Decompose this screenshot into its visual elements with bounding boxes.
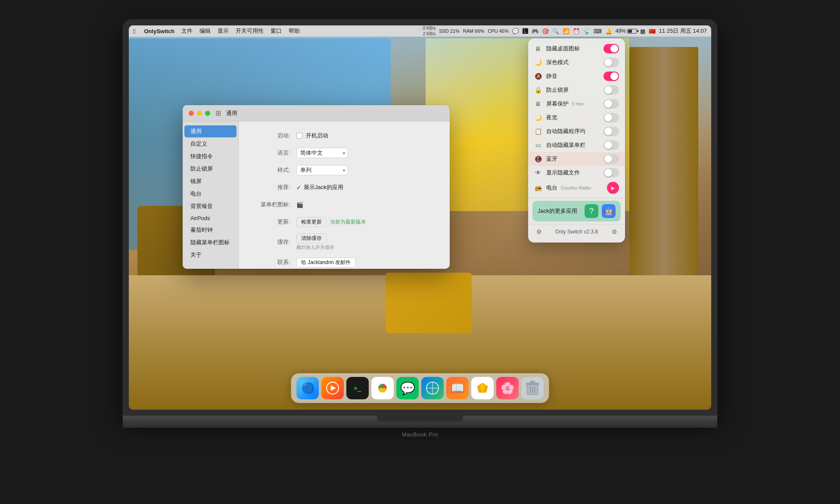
split-view-icon: ⊞ <box>215 109 221 117</box>
bluetooth-toggle[interactable] <box>604 154 619 164</box>
sidebar-item-prevent-lock[interactable]: 防止锁屏 <box>184 163 236 175</box>
prefs-titlebar: ⊞ 通用 <box>183 105 450 121</box>
dark-mode-label: 深色模式 <box>546 59 599 66</box>
clear-cache-button[interactable]: 清除缓存 <box>296 233 327 243</box>
hidden-files-toggle[interactable] <box>604 168 619 177</box>
dock-icon-wechat[interactable]: 💬 <box>396 377 419 399</box>
more-apps-section: Jack的更多应用 ? 🤖 <box>532 201 621 221</box>
hide-dock-toggle[interactable] <box>604 127 619 136</box>
macbook-model-label: MacBook Pro <box>402 431 438 438</box>
dark-mode-toggle[interactable] <box>604 58 619 67</box>
sidebar-item-tomato[interactable]: 蕃茄时钟 <box>184 224 236 236</box>
wechat-icon[interactable]: 💬 <box>512 28 519 34</box>
style-row: 样式: 单列 <box>252 165 437 176</box>
more-apps-robot-button[interactable]: 🤖 <box>602 204 616 218</box>
dock-icon-safari[interactable] <box>421 377 444 399</box>
input-source-icon[interactable]: ⌨ <box>594 28 602 34</box>
dock-icon-qqreader[interactable]: 📖 <box>446 377 469 399</box>
switch-row-screensaver[interactable]: 🖥 屏幕保护 5 min <box>528 97 625 111</box>
switch-row-radio[interactable]: 📻 电台 Country Radio ▶ <box>528 180 625 196</box>
switch-row-mute[interactable]: 🔕 静音 <box>528 69 625 83</box>
ludashi-icon[interactable]: 🅻 <box>523 28 528 34</box>
screensaver-toggle[interactable] <box>604 99 619 109</box>
dock-icon-trash[interactable] <box>521 377 544 399</box>
sidebar-item-bg-sound[interactable]: 背景噪音 <box>184 200 236 212</box>
dock-icon-terminal[interactable]: >_ <box>346 377 369 399</box>
app-name-menu[interactable]: OnlySwitch <box>144 28 174 34</box>
sidebar-item-general[interactable]: 通用 <box>184 125 236 137</box>
menubar-left:  OnlySwitch 文件 编辑 显示 开关可用性 窗口 帮助 <box>133 27 423 35</box>
dock-icon-launchpad[interactable] <box>321 377 344 399</box>
dark-mode-icon: 🌙 <box>534 59 542 66</box>
switch-row-hidden-files[interactable]: 👁 显示隐藏文件 <box>528 166 625 180</box>
minimize-button[interactable] <box>197 111 202 116</box>
menu-file[interactable]: 文件 <box>181 27 193 35</box>
maximize-button[interactable] <box>205 111 210 116</box>
wifi-icon[interactable]: 📶 <box>563 28 569 34</box>
style-dropdown[interactable]: 单列 <box>296 165 348 175</box>
radio-play-button[interactable]: ▶ <box>607 182 619 194</box>
switch-row-hide-desktop[interactable]: 🖥 隐藏桌面图标 <box>528 42 625 56</box>
sidebar-item-hide-menu[interactable]: 隐藏菜单栏图标 <box>184 236 236 249</box>
menu-accessibility[interactable]: 开关可用性 <box>236 27 264 35</box>
startup-value: 开机启动 <box>296 132 328 140</box>
search-icon[interactable]: 🔍 <box>552 28 559 34</box>
footer-right-icon[interactable]: ⚙ <box>610 227 619 236</box>
language-row: 语言: 简体中文 <box>252 147 437 159</box>
switch-row-dark-mode[interactable]: 🌙 深色模式 <box>528 56 625 69</box>
contact-button[interactable]: 给 Jacklandrin 发邮件 <box>296 258 355 268</box>
svg-rect-15 <box>530 381 535 383</box>
sidebar-item-about[interactable]: 关于 <box>184 249 236 261</box>
hide-menubar-toggle[interactable] <box>604 140 619 150</box>
dock-icon-rosefinch[interactable]: 🌸 <box>496 377 519 399</box>
screen:  OnlySwitch 文件 编辑 显示 开关可用性 窗口 帮助 0 KB/s… <box>129 25 711 410</box>
screensaver-icon: 🖥 <box>534 100 542 108</box>
menu-edit[interactable]: 编辑 <box>199 27 211 35</box>
switch-row-bluetooth[interactable]: 📵 蓝牙 <box>528 152 625 166</box>
prefs-sidebar: 通用 自定义 快捷指令 防止锁屏 镜屏 电台 背景噪音 AirPods 蕃茄时钟… <box>183 121 239 269</box>
startup-checkbox[interactable] <box>296 133 302 139</box>
hide-dock-label: 自动隐藏程序均 <box>546 128 599 135</box>
check-update-button[interactable]: 检查更新 <box>296 217 327 227</box>
battery-indicator[interactable]: 49% <box>616 28 637 34</box>
sidebar-item-radio[interactable]: 电台 <box>184 188 236 200</box>
radio-icon: 📻 <box>534 184 542 192</box>
menu-window[interactable]: 窗口 <box>271 27 282 35</box>
dock-icon-finder[interactable]: 🔵 <box>296 377 319 399</box>
sidebar-item-mirror[interactable]: 镜屏 <box>184 175 236 187</box>
footer-left-icon[interactable]: ⚙ <box>534 227 544 236</box>
switch-row-nightshift[interactable]: 🌙 夜览 <box>528 111 625 124</box>
apple-logo-icon[interactable]:  <box>133 28 135 35</box>
sidebar-item-custom[interactable]: 自定义 <box>184 138 236 150</box>
mute-toggle[interactable] <box>604 72 619 81</box>
menu-help[interactable]: 帮助 <box>289 27 300 35</box>
hide-desktop-toggle[interactable] <box>604 44 619 53</box>
menu-view[interactable]: 显示 <box>218 27 229 35</box>
more-apps-question-button[interactable]: ? <box>585 204 598 218</box>
dock-icon-chrome[interactable] <box>371 377 394 399</box>
wallpaper-bookshelf <box>629 47 698 305</box>
qqgame-icon[interactable]: 🎮 <box>532 28 538 34</box>
switch-row-prevent-lock[interactable]: 🔒 防止锁屏 <box>528 83 625 97</box>
switch-row-hide-menubar[interactable]: ▭ 自动隐藏菜单栏 <box>528 138 625 152</box>
onlyswitch-icon[interactable]: ▦ <box>640 28 645 34</box>
dock-icon-sketch[interactable] <box>471 377 494 399</box>
menubar-right: 0 KB/s 2 KB/s SSD 21% RAM 66% CPU 45% 💬 … <box>423 25 707 37</box>
radio-sublabel: Country Radio <box>561 185 591 190</box>
sidebar-item-shortcuts[interactable]: 快捷指令 <box>184 150 236 162</box>
recommend-checkbox-label[interactable]: ✓ 展示Jack的应用 <box>296 184 343 191</box>
time-machine-icon[interactable]: ⏰ <box>573 28 580 34</box>
flag-icon[interactable]: 🇨🇳 <box>649 28 656 34</box>
prevent-lock-toggle[interactable] <box>604 85 619 95</box>
cast-icon[interactable]: 📡 <box>583 28 590 34</box>
language-dropdown[interactable]: 简体中文 <box>296 148 348 158</box>
notification-icon[interactable]: 🔔 <box>605 28 612 34</box>
net-up: 0 KB/s <box>423 25 436 31</box>
nightshift-toggle[interactable] <box>604 113 619 122</box>
clock-display: 11 25日 周五 14:07 <box>659 27 707 35</box>
switch-row-hide-dock[interactable]: 📋 自动隐藏程序均 <box>528 124 625 138</box>
sidebar-item-airpods[interactable]: AirPods <box>184 213 236 224</box>
close-button[interactable] <box>189 111 194 116</box>
gamecontroller-icon[interactable]: 🎯 <box>542 28 549 34</box>
battery-pct: 49% <box>616 28 626 34</box>
